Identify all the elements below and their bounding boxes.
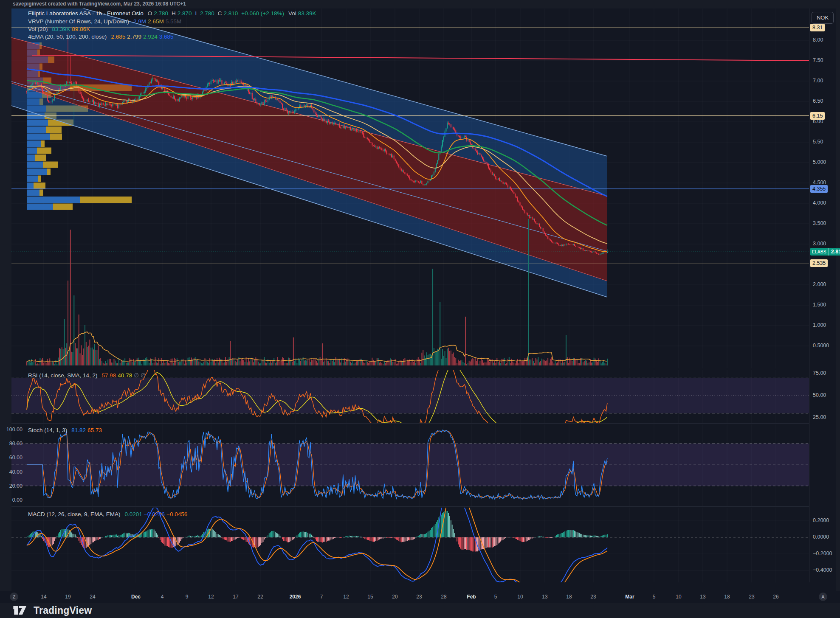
time-axis-label: 15 [367,594,373,600]
pane-separator[interactable] [11,423,809,424]
stoch-axis-label: 20.00 [4,483,23,489]
time-axis[interactable]: Z A 141924Dec49121722202671215202328Feb5… [0,591,840,603]
time-axis-label: Mar [625,594,634,600]
time-axis-label: 10 [676,594,681,600]
price-axis-label: 5.000 [813,159,826,165]
chart-area: NOK 8.007.507.006.506.005.505.0004.5004.… [11,8,836,593]
time-axis-label: 28 [441,594,446,600]
time-axis-label: 18 [724,594,730,600]
price-axis-label: 7.50 [813,57,823,63]
stoch-axis-label: 80.00 [4,441,23,447]
time-axis-label: 14 [41,594,46,600]
time-axis-label: 4 [161,594,164,600]
time-axis-label: 12 [343,594,349,600]
price-axis-label: 3.500 [813,220,826,226]
time-axis-label: 12 [208,594,214,600]
macd-axis-label: −0.2000 [813,551,832,556]
attribution-bar: savepiginvest created with TradingView.c… [0,0,840,9]
price-axis-label: 7.00 [813,78,823,84]
time-axis-label: 23 [590,594,596,600]
time-axis-label: 18 [566,594,572,600]
auto-scale-button[interactable]: A [819,593,827,601]
pane-separator[interactable] [11,506,809,507]
pane-separator[interactable] [11,369,809,369]
tradingview-logo[interactable]: TradingView [13,604,92,616]
price-axis-label: 2.000 [813,281,826,287]
time-axis-label: 20 [392,594,397,600]
rsi-axis-label: 25.00 [813,414,826,420]
time-axis-label: 22 [257,594,263,600]
main-price-pane[interactable] [11,8,809,368]
tradingview-chart-window: savepiginvest created with TradingView.c… [0,0,840,618]
time-axis-label: 5 [653,594,656,600]
symbol-tag: ELABS [810,248,829,256]
price-level-label[interactable]: 6.15 [810,112,825,120]
attribution-text: savepiginvest created with TradingView.c… [13,1,186,7]
macd-axis-label: 0.2000 [813,517,829,523]
price-axis-label: 6.50 [813,98,823,104]
last-price-value: 2.810 [829,248,840,256]
time-axis-label: 23 [416,594,422,600]
stoch-axis-label: 60.00 [4,455,23,461]
price-axis-label: 3.000 [813,241,826,247]
rsi-pane[interactable] [11,370,809,423]
time-axis-label: 7 [320,594,323,600]
stoch-axis-label: 100.00 [4,427,23,433]
time-axis-label: 13 [700,594,705,600]
price-axis-label: 1.500 [813,302,826,308]
left-margin [0,8,12,591]
currency-button[interactable]: NOK [812,12,834,24]
macd-axis-label: −0.4000 [813,567,832,573]
last-price-label[interactable]: ELABS2.810 [810,248,840,256]
price-axis-label: 5.50 [813,139,823,145]
time-axis-label: 17 [233,594,238,600]
time-axis-label: Dec [131,594,141,600]
rsi-axis-label: 75.00 [813,370,826,376]
tradingview-logo-icon [13,604,30,616]
time-axis-label: 23 [749,594,754,600]
time-axis-label: 26 [773,594,778,600]
time-axis-label: 24 [90,594,95,600]
price-axis-label: 4.500 [813,180,826,185]
price-axis-label: 8.00 [813,37,823,43]
price-axis[interactable]: NOK 8.007.507.006.506.005.505.0004.5004.… [809,8,836,582]
stoch-pane[interactable] [11,424,809,506]
time-axis-label: 13 [542,594,547,600]
price-level-label[interactable]: 8.31 [810,24,825,31]
rsi-axis-label: 50.00 [813,392,826,398]
time-axis-label: 2026 [290,594,301,600]
timezone-button[interactable]: Z [10,593,18,601]
macd-axis-label: 0.0000 [813,534,829,540]
bottom-strip [0,603,840,618]
price-axis-label: 1.000 [813,322,826,328]
macd-pane[interactable] [11,508,809,582]
time-axis-label: 5 [494,594,497,600]
price-level-label[interactable]: 4.355 [810,185,828,193]
stoch-axis-label: 40.00 [4,469,23,475]
stoch-axis-label: 0.00 [4,497,23,503]
time-axis-label: Feb [467,594,476,600]
price-level-label[interactable]: 2.535 [810,259,828,267]
price-axis-label: 0.5000 [813,343,829,348]
time-axis-label: 10 [517,594,523,600]
tradingview-logo-text: TradingView [34,605,92,616]
right-margin [836,8,840,591]
time-axis-label: 9 [186,594,189,600]
price-axis-label: 4.000 [813,200,826,206]
time-axis-label: 19 [65,594,70,600]
